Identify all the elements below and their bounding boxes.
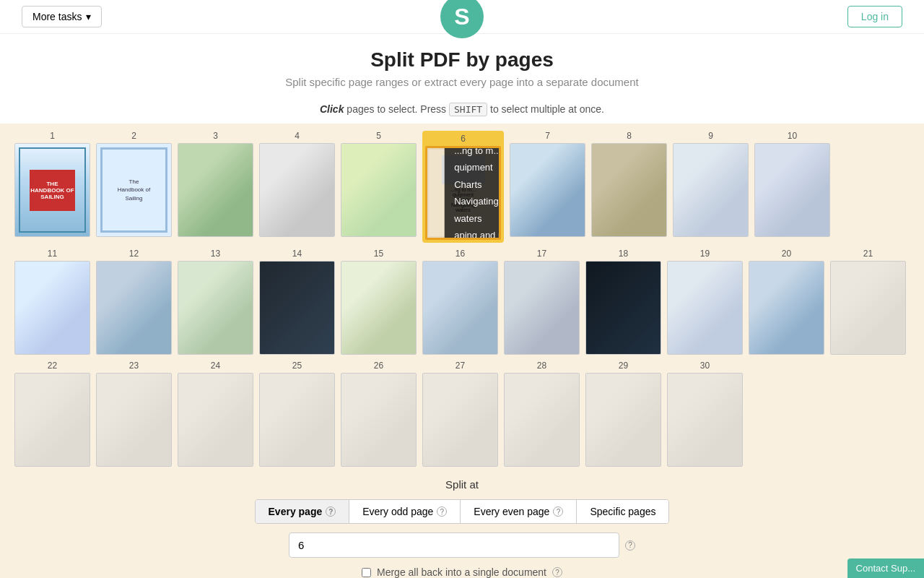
page-thumb-7[interactable]: 7	[510, 131, 585, 243]
page-number-6: 6	[461, 134, 466, 144]
merge-checkbox[interactable]	[362, 568, 371, 577]
instruction-bar: Click pages to select. Press SHIFT to se…	[0, 95, 924, 124]
merge-label: Merge all back into a single document	[377, 566, 546, 578]
page-content-28	[505, 374, 579, 466]
page-thumb-27[interactable]: 27	[422, 361, 498, 467]
page-thumb-4[interactable]: 4	[259, 131, 335, 243]
page-thumb-8[interactable]: 8	[591, 131, 667, 243]
split-option-every-even-page[interactable]: Every even page?	[461, 500, 577, 523]
page-number-15: 15	[374, 249, 383, 259]
page-thumb-30[interactable]: 30	[667, 361, 743, 467]
header: More tasks ▾ S Log in	[0, 0, 924, 34]
page-thumb-2[interactable]: 2TheHandbook ofSailing	[96, 131, 172, 243]
page-number-4: 4	[295, 131, 300, 141]
page-content-30	[668, 374, 742, 466]
page-thumb-16[interactable]: 16	[422, 249, 498, 355]
page-number-12: 12	[129, 249, 139, 259]
page-thumb-12[interactable]: 12	[96, 249, 172, 355]
page-thumb-3[interactable]: 3	[178, 131, 253, 243]
page-number-29: 29	[619, 361, 628, 371]
bottom-controls: Split at Every page?Every odd page?Every…	[0, 467, 924, 578]
page-thumb-18[interactable]: 18	[585, 249, 661, 355]
page-content-4	[260, 144, 334, 236]
page-thumb-29[interactable]: 29	[585, 361, 661, 467]
page-content-21	[831, 262, 905, 354]
page-number-7: 7	[545, 131, 550, 141]
page-number-26: 26	[374, 361, 383, 371]
page-thumb-28[interactable]: 28	[504, 361, 580, 467]
page-number-14: 14	[292, 249, 302, 259]
page-number-1: 1	[50, 131, 55, 141]
split-option-specific-pages[interactable]: Specific pages	[577, 500, 668, 523]
page-number-10: 10	[788, 131, 797, 141]
page-thumb-26[interactable]: 26	[341, 361, 417, 467]
page-content-2: TheHandbook ofSailing	[97, 144, 171, 236]
page-content-18	[586, 262, 661, 354]
more-tasks-button[interactable]: More tasks ▾	[22, 6, 102, 27]
page-thumb-13[interactable]: 13	[178, 249, 253, 355]
page-thumb-14[interactable]: 14	[259, 249, 335, 355]
page-content-10	[755, 144, 829, 236]
page-image-19	[667, 261, 743, 355]
page-content-8	[592, 144, 666, 236]
page-image-8	[591, 143, 667, 237]
page-thumb-17[interactable]: 17	[504, 249, 580, 355]
page-thumb-25[interactable]: 25	[259, 361, 335, 467]
page-number-19: 19	[700, 249, 710, 259]
page-content-11	[15, 262, 90, 354]
page-image-12	[96, 261, 172, 355]
page-number-5: 5	[376, 131, 381, 141]
page-image-28	[504, 373, 580, 467]
page-thumb-5[interactable]: 5	[341, 131, 417, 243]
page-content-20	[749, 262, 824, 354]
page-content-27	[423, 374, 497, 466]
page-content-25	[260, 374, 334, 466]
login-button[interactable]: Log in	[847, 6, 902, 27]
page-number-24: 24	[211, 361, 220, 371]
page-thumb-24[interactable]: 24	[178, 361, 253, 467]
page-number-13: 13	[211, 249, 220, 259]
page-image-7	[510, 143, 585, 237]
split-option-every-odd-page[interactable]: Every odd page?	[349, 500, 461, 523]
page-content-7	[510, 144, 585, 236]
page-content-26	[341, 374, 416, 466]
page-image-20	[749, 261, 824, 355]
page-image-1: THE HANDBOOK OFSAILING	[14, 143, 90, 237]
page-number-20: 20	[782, 249, 791, 259]
page-thumb-22[interactable]: 22	[14, 361, 90, 467]
page-thumb-10[interactable]: 10	[754, 131, 830, 243]
split-options: Every page?Every odd page?Every even pag…	[255, 499, 670, 524]
page-thumb-9[interactable]: 9	[673, 131, 749, 243]
page-number-9: 9	[708, 131, 713, 141]
page-image-23	[96, 373, 172, 467]
logo: S	[440, 0, 484, 38]
page-number-21: 21	[863, 249, 873, 259]
page-content-12	[97, 262, 171, 354]
page-subtitle: Split specific page ranges or extract ev…	[0, 76, 924, 88]
pages-grid: 1THE HANDBOOK OFSAILING2TheHandbook ofSa…	[14, 131, 910, 467]
page-thumb-15[interactable]: 15	[341, 249, 417, 355]
pages-area: 1THE HANDBOOK OFSAILING2TheHandbook ofSa…	[0, 124, 924, 467]
page-thumb-1[interactable]: 1THE HANDBOOK OFSAILING	[14, 131, 90, 243]
instruction-text1: pages to select. Press	[346, 103, 446, 115]
page-image-17	[504, 261, 580, 355]
page-number-18: 18	[619, 249, 628, 259]
page-thumb-19[interactable]: 19	[667, 249, 743, 355]
page-thumb-6[interactable]: 6...ng to m...quipmentChartsNavigatingwa…	[422, 131, 504, 243]
page-thumb-11[interactable]: 11	[14, 249, 90, 355]
page-thumb-20[interactable]: 20	[749, 249, 824, 355]
page-number-input[interactable]	[289, 532, 619, 558]
page-number-3: 3	[213, 131, 218, 141]
page-content-24	[178, 374, 253, 466]
split-option-every-page[interactable]: Every page?	[256, 500, 350, 523]
page-content-14	[260, 262, 334, 354]
title-area: Split PDF by pages Split specific page r…	[0, 34, 924, 95]
contact-label: Contact Sup...	[856, 563, 915, 574]
page-thumb-23[interactable]: 23	[96, 361, 172, 467]
page-content-16	[423, 262, 497, 354]
merge-row: Merge all back into a single document ?	[362, 566, 562, 578]
contact-support-button[interactable]: Contact Sup...	[847, 558, 924, 578]
page-content-3	[178, 144, 253, 236]
page-thumb-21[interactable]: 21	[830, 249, 906, 355]
page-content-5	[341, 144, 416, 236]
